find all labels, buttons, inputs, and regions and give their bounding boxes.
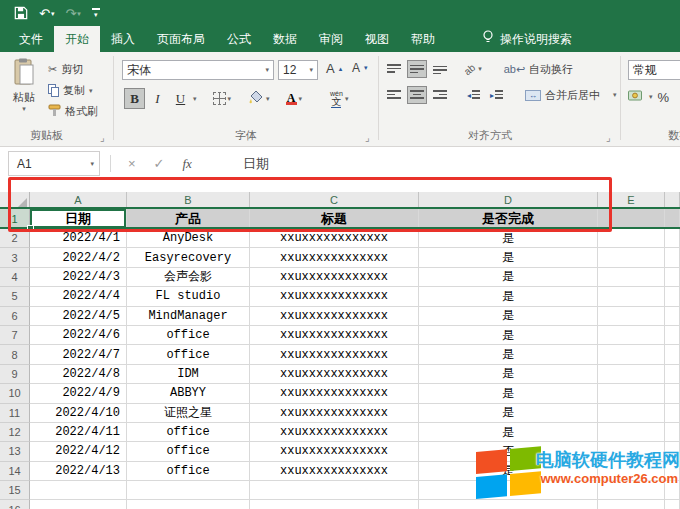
tab-formulas[interactable]: 公式 — [216, 26, 262, 52]
row-header[interactable]: 15 — [0, 481, 30, 500]
copy-dropdown-icon[interactable]: ▾ — [89, 87, 93, 95]
orientation-dropdown-icon[interactable]: ▾ — [478, 65, 482, 73]
tab-home[interactable]: 开始 — [54, 26, 100, 52]
cut-button[interactable]: ✂ 剪切 — [48, 62, 83, 77]
cell-empty[interactable] — [598, 248, 665, 267]
cell-title[interactable]: xxuxxxxxxxxxxxx — [250, 326, 419, 345]
cell-title[interactable]: xxuxxxxxxxxxxxx — [250, 287, 419, 306]
enter-icon[interactable]: ✓ — [154, 156, 165, 171]
cell-date[interactable]: 2022/4/3 — [30, 268, 127, 287]
accounting-dropdown-icon[interactable]: ▾ — [649, 93, 653, 101]
borders-icon[interactable] — [213, 92, 226, 105]
row-header[interactable]: 6 — [0, 307, 30, 326]
cell-date[interactable]: 2022/4/4 — [30, 287, 127, 306]
cell-empty[interactable] — [598, 423, 665, 442]
tab-page-layout[interactable]: 页面布局 — [146, 26, 216, 52]
tell-me-search[interactable]: 操作说明搜索 — [482, 26, 572, 52]
cell-product[interactable]: 证照之星 — [127, 404, 250, 423]
row-header[interactable]: 5 — [0, 287, 30, 306]
cell-empty[interactable] — [598, 307, 665, 326]
row-header[interactable]: 16 — [0, 500, 30, 509]
tab-help[interactable]: 帮助 — [400, 26, 446, 52]
tab-review[interactable]: 审阅 — [308, 26, 354, 52]
cell-product[interactable]: IDM — [127, 365, 250, 384]
decrease-indent-button[interactable]: ◂ — [464, 86, 484, 104]
save-icon[interactable] — [14, 6, 28, 20]
cell-title[interactable]: xxuxxxxxxxxxxxx — [250, 268, 419, 287]
row-header[interactable]: 10 — [0, 384, 30, 403]
alignment-dialog-launcher-icon[interactable]: ⌟ — [606, 132, 611, 143]
fill-color-icon[interactable] — [249, 90, 264, 108]
cell-empty[interactable] — [665, 287, 680, 306]
font-name-combobox[interactable]: 宋体 ▾ — [122, 60, 274, 80]
cell-product[interactable]: office — [127, 423, 250, 442]
cell-empty[interactable] — [665, 268, 680, 287]
cell-done[interactable]: 是 — [419, 404, 598, 423]
customize-qat-button[interactable]: ▾ — [92, 8, 100, 18]
cell-title[interactable]: xxuxxxxxxxxxxxx — [250, 365, 419, 384]
number-format-combobox[interactable]: 常规 — [628, 60, 680, 80]
phonetic-guide-button[interactable]: wén 文 — [330, 90, 343, 108]
row-header[interactable]: 4 — [0, 268, 30, 287]
row-header[interactable]: 13 — [0, 442, 30, 461]
font-color-dropdown-icon[interactable]: ▾ — [299, 95, 303, 103]
tab-insert[interactable]: 插入 — [100, 26, 146, 52]
underline-dropdown-icon[interactable]: ▾ — [193, 95, 197, 103]
cell-product[interactable] — [127, 500, 250, 509]
font-color-button[interactable]: A — [286, 92, 297, 105]
cell-product[interactable]: Easyrecovery — [127, 248, 250, 267]
cell-date[interactable]: 2022/4/8 — [30, 365, 127, 384]
align-center-button[interactable] — [407, 86, 427, 104]
row-header[interactable]: 9 — [0, 365, 30, 384]
cell-empty[interactable] — [598, 345, 665, 364]
cell-empty[interactable] — [665, 365, 680, 384]
percent-style-button[interactable]: % — [658, 90, 670, 105]
borders-dropdown-icon[interactable]: ▾ — [228, 95, 232, 103]
copy-button[interactable]: 复制 ▾ — [48, 83, 93, 98]
row-header[interactable]: 3 — [0, 248, 30, 267]
cell-done[interactable]: 是 — [419, 365, 598, 384]
cell-title[interactable] — [250, 481, 419, 500]
tab-file[interactable]: 文件 — [8, 26, 54, 52]
cell-empty[interactable] — [665, 229, 680, 248]
paste-button[interactable]: 粘贴 ▾ — [6, 58, 42, 113]
wrap-text-button[interactable]: ab↩ 自动换行 — [504, 62, 573, 77]
align-top-button[interactable] — [384, 60, 404, 78]
cell-title[interactable]: xxuxxxxxxxxxxxx — [250, 423, 419, 442]
cell-done[interactable]: 是 — [419, 248, 598, 267]
cell-done[interactable] — [419, 500, 598, 509]
cell-date[interactable] — [30, 481, 127, 500]
cell-date[interactable]: 2022/4/7 — [30, 345, 127, 364]
cell-empty[interactable] — [598, 404, 665, 423]
cell-done[interactable]: 是 — [419, 307, 598, 326]
increase-indent-button[interactable]: ▸ — [487, 86, 507, 104]
cell-empty[interactable] — [598, 365, 665, 384]
tab-view[interactable]: 视图 — [354, 26, 400, 52]
align-bottom-button[interactable] — [430, 60, 450, 78]
cell-date[interactable]: 2022/4/9 — [30, 384, 127, 403]
cell-date[interactable]: 2022/4/11 — [30, 423, 127, 442]
cell-date[interactable]: 2022/4/10 — [30, 404, 127, 423]
cell-title[interactable]: xxuxxxxxxxxxxxx — [250, 404, 419, 423]
tab-data[interactable]: 数据 — [262, 26, 308, 52]
bold-button[interactable]: B — [124, 88, 145, 109]
align-left-button[interactable] — [384, 86, 404, 104]
accounting-format-icon[interactable] — [628, 88, 644, 106]
fill-color-dropdown-icon[interactable]: ▾ — [266, 95, 270, 103]
cell-done[interactable]: 是 — [419, 287, 598, 306]
formula-bar-value[interactable]: 日期 — [243, 151, 269, 176]
cell-title[interactable]: xxuxxxxxxxxxxxx — [250, 307, 419, 326]
phonetic-dropdown-icon[interactable]: ▾ — [345, 95, 349, 103]
cell-done[interactable]: 是 — [419, 423, 598, 442]
font-size-combobox[interactable]: 12 ▾ — [278, 60, 318, 80]
row-header[interactable]: 12 — [0, 423, 30, 442]
cell-date[interactable]: 2022/4/13 — [30, 462, 127, 481]
cell-product[interactable]: FL studio — [127, 287, 250, 306]
cell-title[interactable]: xxuxxxxxxxxxxxx — [250, 248, 419, 267]
cell-empty[interactable] — [665, 345, 680, 364]
font-dialog-launcher-icon[interactable]: ⌟ — [365, 132, 370, 143]
cell-date[interactable]: 2022/4/12 — [30, 442, 127, 461]
cell-done[interactable]: 是 — [419, 326, 598, 345]
cancel-icon[interactable]: × — [128, 156, 136, 171]
cell-empty[interactable] — [598, 287, 665, 306]
